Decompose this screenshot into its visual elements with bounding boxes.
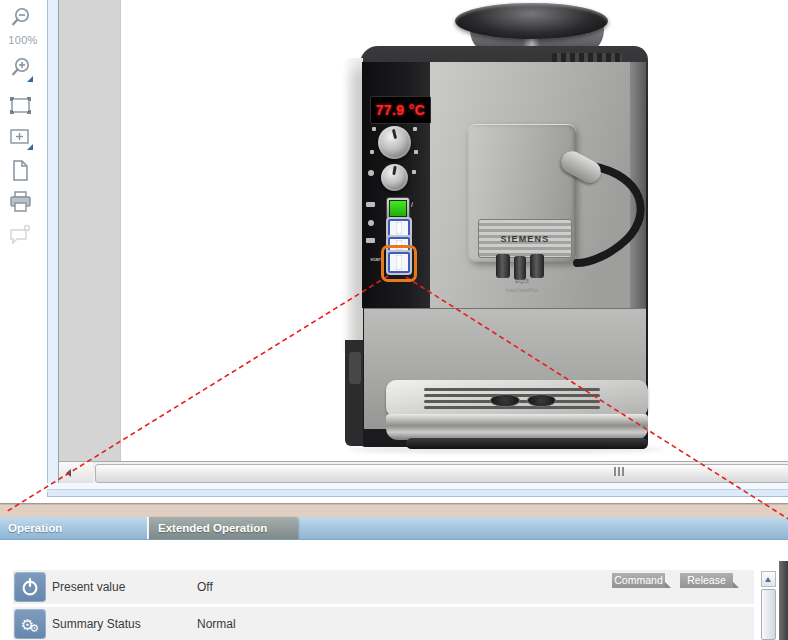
scrollbar-grip xyxy=(614,467,616,476)
scrollbar-grip xyxy=(622,467,624,476)
coffee-spout xyxy=(530,254,544,278)
canvas-hscrollbar-thumb[interactable] xyxy=(95,464,788,483)
canvas-frame-line xyxy=(47,496,788,497)
tab-operation[interactable]: Operation xyxy=(0,517,147,539)
cup-hole xyxy=(527,394,556,407)
scrollbar-grip xyxy=(618,467,620,476)
brand-label: SIEMENS xyxy=(501,234,550,244)
panel-vscrollbar-thumb[interactable] xyxy=(761,589,776,640)
gears-icon: ⚙⚙ xyxy=(14,609,46,639)
model-sub-label: macchiatoPlus xyxy=(482,287,562,293)
tray-front xyxy=(386,414,648,440)
release-button[interactable]: Release xyxy=(680,573,733,588)
faceplate-window: 100% xyxy=(0,0,788,640)
window-edge-bar xyxy=(779,561,788,640)
row-value: Off xyxy=(197,570,213,604)
coffee-spout xyxy=(514,256,526,280)
cup-hole xyxy=(490,394,520,407)
model-label: EQ.5 xyxy=(492,278,552,285)
row-label: Present value xyxy=(52,570,125,604)
dock-header-strip xyxy=(0,504,788,518)
floor-shadow xyxy=(348,446,664,453)
hscroll-left-arrow-icon xyxy=(66,469,71,477)
command-button[interactable]: Command xyxy=(612,573,665,588)
coffee-spout xyxy=(496,254,510,278)
present-value-row: Present value Off Command Release xyxy=(13,570,754,604)
row-label: Summary Status xyxy=(52,607,141,640)
brand-plate: SIEMENS xyxy=(478,219,572,258)
summary-status-row: ⚙⚙ Summary Status Normal xyxy=(13,607,754,640)
tray-slot xyxy=(424,388,600,391)
hscroll-left-button[interactable] xyxy=(59,462,93,483)
power-icon xyxy=(14,572,46,602)
scroll-up-arrow-icon xyxy=(765,577,771,582)
tab-extended-operation[interactable]: Extended Operation xyxy=(149,517,298,539)
row-value: Normal xyxy=(197,607,236,640)
highlight-ring xyxy=(381,245,417,282)
tray-slot xyxy=(424,406,600,409)
